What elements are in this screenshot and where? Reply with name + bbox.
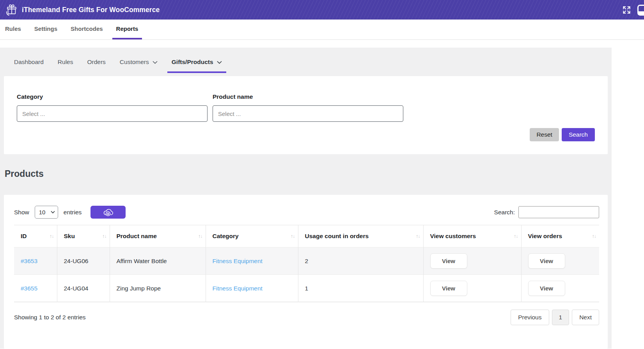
search-button[interactable]: Search [562,128,595,141]
subnav-rules[interactable]: Rules [58,58,73,73]
sku-cell: 24-UG04 [57,275,110,302]
view-orders-button[interactable]: View [528,281,565,296]
subnav-gifts-products[interactable]: Gifts/Products [167,58,226,73]
filter-panel: Category Product name Reset Search [4,76,608,154]
table-row: #3655 24-UG04 Zing Jump Rope Fitness Equ… [14,275,599,302]
view-customers-button[interactable]: View [430,253,467,269]
category-select-input[interactable] [17,105,208,122]
category-label: Category [17,93,208,100]
app-header: iThemeland Free Gifts For WooCommerce [0,0,644,20]
spacer [0,40,644,48]
pagination: Previous 1 Next [511,310,599,325]
sort-icon: ↑↓ [50,233,54,239]
col-product-name[interactable]: Product name↑↓ [110,225,206,248]
products-table-card: Show 10 entries Search [4,195,608,349]
page-length-wrap: 10 [35,206,58,219]
table-search-input[interactable] [518,206,599,218]
col-view-customers[interactable]: View customers↑↓ [423,225,521,248]
col-usage-count[interactable]: Usage count in orders↑↓ [298,225,423,248]
product-name-filter: Product name [213,93,403,122]
subnav-orders[interactable]: Orders [87,58,105,73]
col-id[interactable]: ID↑↓ [14,225,57,248]
chevron-down-icon [153,58,158,66]
content-area: Dashboard Rules Orders Customers Gifts/P… [0,48,612,349]
usage-count-cell: 1 [298,275,423,302]
table-search: Search: [494,206,599,218]
docs-icon[interactable] [637,5,644,16]
sort-icon: ↑↓ [592,233,596,239]
table-footer: Showing 1 to 2 of 2 entries Previous 1 N… [14,310,599,325]
col-view-orders[interactable]: View orders↑↓ [521,225,599,248]
col-sku[interactable]: Sku↑↓ [57,225,110,248]
table-row: #3653 24-UG06 Affirm Water Bottle Fitnes… [14,248,599,275]
sort-icon: ↑↓ [514,233,518,239]
reset-button[interactable]: Reset [530,128,559,141]
show-label: Show [14,209,29,216]
fullscreen-icon[interactable] [622,5,631,14]
products-table: ID↑↓ Sku↑↓ Product name↑↓ Category↑↓ Usa… [14,225,599,302]
category-link[interactable]: Fitness Equipment [213,258,263,264]
product-name-label: Product name [213,93,403,100]
tab-settings[interactable]: Settings [30,20,61,39]
main-nav: Rules Settings Shortcodes Reports [0,20,644,40]
gift-icon [5,4,18,16]
reports-subnav: Dashboard Rules Orders Customers Gifts/P… [0,48,612,73]
tab-reports[interactable]: Reports [112,20,142,39]
page-title: Products [5,168,612,179]
product-name-cell: Affirm Water Bottle [110,248,206,275]
tab-rules[interactable]: Rules [1,20,25,39]
category-filter: Category [17,93,208,122]
usage-count-cell: 2 [298,248,423,275]
category-link[interactable]: Fitness Equipment [213,285,263,292]
sku-cell: 24-UG06 [57,248,110,275]
table-controls: Show 10 entries Search [14,206,599,219]
sort-icon: ↑↓ [291,233,295,239]
app-title: iThemeland Free Gifts For WooCommerce [22,6,160,14]
product-name-cell: Zing Jump Rope [110,275,206,302]
table-search-label: Search: [494,209,515,216]
next-page-button[interactable]: Next [572,310,599,325]
subnav-customers[interactable]: Customers [120,58,158,73]
col-category[interactable]: Category↑↓ [206,225,298,248]
subnav-dashboard[interactable]: Dashboard [14,58,44,73]
view-orders-button[interactable]: View [528,253,565,269]
entries-summary: Showing 1 to 2 of 2 entries [14,314,86,321]
entries-label: entries [64,209,82,216]
page-length-select[interactable]: 10 [35,206,58,219]
sort-icon: ↑↓ [198,233,202,239]
view-customers-button[interactable]: View [430,281,467,296]
previous-page-button[interactable]: Previous [511,310,549,325]
export-button[interactable] [90,206,126,219]
table-header-row: ID↑↓ Sku↑↓ Product name↑↓ Category↑↓ Usa… [14,225,599,248]
sort-icon: ↑↓ [102,233,106,239]
filter-actions: Reset Search [530,128,595,141]
product-name-select-input[interactable] [213,105,403,122]
product-id-link[interactable]: #3655 [21,285,37,292]
chevron-down-icon [217,58,222,66]
sort-icon: ↑↓ [416,233,420,239]
product-id-link[interactable]: #3653 [21,258,37,264]
tab-shortcodes[interactable]: Shortcodes [67,20,107,39]
page-number-button[interactable]: 1 [552,310,569,325]
cloud-download-icon [102,208,114,217]
